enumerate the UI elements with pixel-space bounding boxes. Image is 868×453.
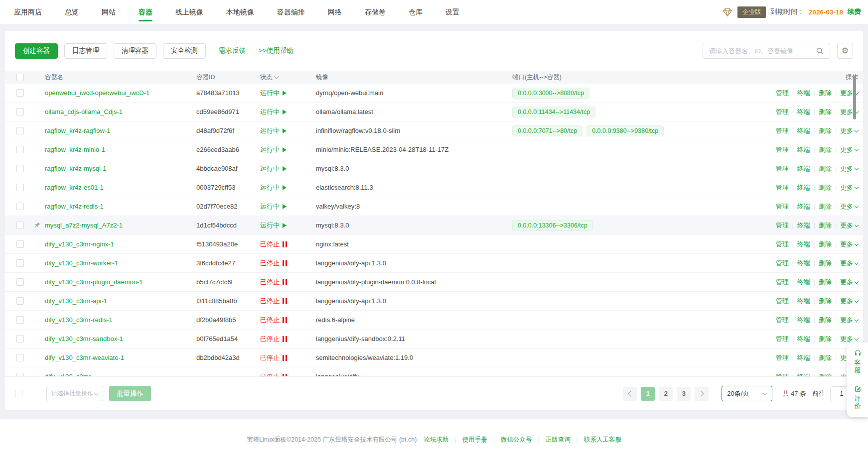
action-terminal[interactable]: 终端 [797, 108, 810, 115]
row-checkbox[interactable] [16, 335, 24, 342]
row-checkbox[interactable] [16, 108, 24, 115]
row-checkbox[interactable] [16, 127, 24, 134]
prev-page-button[interactable] [623, 387, 637, 401]
status-stopped[interactable]: 已停止 [260, 335, 287, 343]
header-status[interactable]: 状态 [260, 73, 316, 82]
action-terminal[interactable]: 终端 [797, 222, 810, 229]
action-delete[interactable]: 删除 [819, 222, 832, 229]
action-more[interactable]: 更多 [840, 240, 853, 248]
row-checkbox[interactable] [16, 259, 24, 267]
action-manage[interactable]: 管理 [776, 278, 789, 286]
page-button[interactable]: 1 [641, 387, 655, 401]
container-name-link[interactable]: dify_v130_c3mr-sandbox-1 [45, 335, 123, 342]
row-checkbox[interactable] [16, 316, 24, 324]
action-manage[interactable]: 管理 [776, 127, 789, 134]
action-terminal[interactable]: 终端 [797, 240, 810, 248]
action-more[interactable]: 更多 [840, 222, 853, 229]
row-checkbox[interactable] [16, 184, 24, 191]
status-running[interactable]: 运行中 [260, 202, 287, 211]
gear-icon[interactable]: ⚙ [837, 43, 853, 59]
footer-link[interactable]: 联系人工客服 [584, 436, 621, 444]
action-more[interactable]: 更多 [840, 127, 853, 134]
status-running[interactable]: 运行中 [260, 164, 287, 173]
status-running[interactable]: 运行中 [260, 145, 287, 154]
footer-link[interactable]: 微信公众号 [501, 436, 532, 444]
row-checkbox[interactable] [16, 240, 24, 248]
action-manage[interactable]: 管理 [776, 240, 789, 248]
container-name-link[interactable]: ragflow_kr4z-redis-1 [45, 203, 104, 210]
action-delete[interactable]: 删除 [819, 89, 832, 97]
action-more[interactable]: 更多 [840, 165, 853, 172]
create-container-button[interactable]: 创建容器 [15, 43, 58, 59]
action-terminal[interactable]: 终端 [797, 259, 810, 267]
row-checkbox[interactable] [16, 297, 24, 305]
action-manage[interactable]: 管理 [776, 259, 789, 267]
container-name-link[interactable]: mysql_a7z2-mysql_A7z2-1 [45, 222, 123, 229]
action-more[interactable]: 更多 [840, 335, 853, 342]
container-name-link[interactable]: dify_v130_c3mr-redis-1 [45, 316, 113, 324]
nav-item[interactable]: 线上镜像 [175, 0, 203, 24]
nav-item[interactable]: 网站 [102, 0, 116, 24]
container-name-link[interactable]: dify_v130_c3mr-worker-1 [45, 259, 118, 267]
row-checkbox[interactable] [16, 203, 24, 210]
next-page-button[interactable] [695, 387, 709, 401]
action-delete[interactable]: 删除 [819, 184, 832, 191]
container-name-link[interactable]: ragflow_kr4z-mysql-1 [45, 165, 107, 172]
nav-item[interactable]: 存储卷 [365, 0, 386, 24]
action-manage[interactable]: 管理 [776, 222, 789, 229]
action-delete[interactable]: 删除 [819, 278, 832, 286]
footer-link[interactable]: 正版查询 [546, 436, 571, 444]
container-name-link[interactable]: dify_v130_c3mr-nginx-1 [45, 240, 114, 248]
action-terminal[interactable]: 终端 [797, 127, 810, 134]
nav-item[interactable]: 容器编排 [277, 0, 305, 24]
container-name-link[interactable]: dify_v130_c3mr-weaviate-1 [45, 354, 124, 361]
status-running[interactable]: 运行中 [260, 108, 287, 116]
action-manage[interactable]: 管理 [776, 354, 789, 361]
action-more[interactable]: 更多 [840, 89, 853, 97]
review-button[interactable]: 评价 [854, 385, 862, 410]
action-delete[interactable]: 删除 [819, 203, 832, 210]
action-delete[interactable]: 删除 [819, 354, 832, 361]
action-delete[interactable]: 删除 [819, 316, 832, 324]
row-checkbox[interactable] [16, 354, 24, 361]
search-input[interactable] [703, 43, 810, 58]
nav-item[interactable]: 仓库 [409, 0, 423, 24]
status-running[interactable]: 运行中 [260, 221, 287, 230]
action-more[interactable]: 更多 [840, 297, 853, 305]
action-manage[interactable]: 管理 [776, 373, 789, 377]
batch-operation-button[interactable]: 批量操作 [109, 386, 151, 401]
nav-item[interactable]: 总览 [65, 0, 79, 24]
action-terminal[interactable]: 终端 [797, 146, 810, 153]
container-name-link[interactable]: openwebui_iwcd-openwebui_iwcD-1 [45, 89, 149, 97]
action-delete[interactable]: 删除 [819, 108, 832, 115]
status-stopped[interactable]: 已停止 [260, 297, 287, 306]
status-stopped[interactable]: 已停止 [260, 353, 287, 362]
status-stopped[interactable]: 已停止 [260, 259, 287, 268]
status-stopped[interactable]: 已停止 [260, 372, 287, 377]
action-manage[interactable]: 管理 [776, 108, 789, 115]
action-terminal[interactable]: 终端 [797, 316, 810, 324]
help-link[interactable]: >>使用帮助 [259, 46, 293, 55]
action-terminal[interactable]: 终端 [797, 373, 810, 377]
status-running[interactable]: 运行中 [260, 183, 287, 192]
action-more[interactable]: 更多 [840, 184, 853, 191]
nav-item[interactable]: 本地镜像 [226, 0, 254, 24]
row-checkbox[interactable] [16, 146, 24, 153]
renew-link[interactable]: 续费 [848, 7, 861, 16]
action-delete[interactable]: 删除 [819, 297, 832, 305]
action-more[interactable]: 更多 [840, 146, 853, 153]
container-name-link[interactable]: ollama_cdjs-ollama_Cdjs-1 [45, 108, 123, 115]
action-manage[interactable]: 管理 [776, 316, 789, 324]
batch-select-all-checkbox[interactable] [15, 390, 22, 397]
container-name-link[interactable]: ragflow_kr4z-minio-1 [45, 146, 105, 153]
row-checkbox[interactable] [16, 222, 24, 229]
action-manage[interactable]: 管理 [776, 184, 789, 191]
action-terminal[interactable]: 终端 [797, 278, 810, 286]
nav-item[interactable]: 网络 [328, 0, 342, 24]
action-more[interactable]: 更多 [840, 108, 853, 115]
table-scrollbar[interactable] [853, 76, 856, 119]
action-terminal[interactable]: 终端 [797, 297, 810, 305]
action-delete[interactable]: 删除 [819, 259, 832, 267]
action-terminal[interactable]: 终端 [797, 165, 810, 172]
status-running[interactable]: 运行中 [260, 126, 287, 135]
